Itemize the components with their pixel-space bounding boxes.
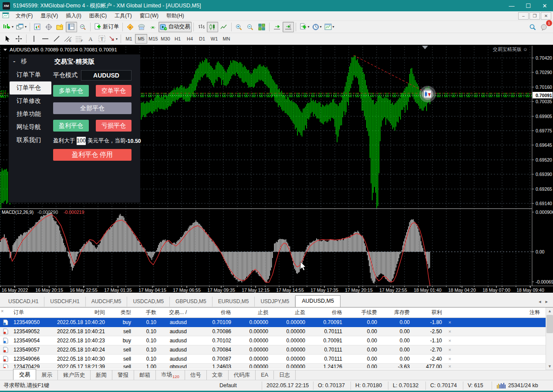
channel-tool-button[interactable]: E xyxy=(62,34,74,44)
terminal-tab-市场[interactable]: 市场120 xyxy=(156,370,185,380)
terminal-tab-日志[interactable]: 日志 xyxy=(274,370,296,380)
label-tool-button[interactable]: T xyxy=(96,34,108,44)
scroll-down-icon[interactable]: ▼ xyxy=(546,363,553,370)
scroll-up-icon[interactable]: ▲ xyxy=(546,308,553,314)
vertical-line-tool-button[interactable] xyxy=(28,34,40,44)
panel-menu-联系我们[interactable]: 联系我们 xyxy=(9,134,52,147)
chart-tab-eurusd-m5[interactable]: EURUSD,M5 xyxy=(212,297,255,307)
horizontal-line-tool-button[interactable] xyxy=(40,34,51,44)
indicators-button[interactable]: ▾ xyxy=(298,22,311,32)
close-mode-symbol-input[interactable]: AUDUSD xyxy=(81,70,132,81)
timeframe-m5[interactable]: M5 xyxy=(135,34,147,44)
menu-item-插入I[interactable]: 插入(I) xyxy=(62,12,85,20)
terminal-tab-信号[interactable]: 信号 xyxy=(185,370,207,380)
terminal-close-icon[interactable]: × xyxy=(1,308,3,314)
new-chart-button[interactable]: ▾ xyxy=(2,22,15,32)
order-close-icon[interactable]: × xyxy=(444,347,455,352)
mdi-close-button[interactable]: ✕ xyxy=(541,12,551,20)
terminal-tab-展示[interactable]: 展示 xyxy=(36,370,58,380)
column-header-10[interactable]: 库存费 xyxy=(379,309,412,316)
zoom-out-button[interactable] xyxy=(245,22,256,32)
order-close-icon[interactable]: × xyxy=(444,320,455,325)
panel-menu-订单下单[interactable]: 订单下单 xyxy=(9,68,52,81)
zoom-in-button[interactable] xyxy=(233,22,245,32)
order-close-icon[interactable]: × xyxy=(444,356,455,362)
panel-minimize-button[interactable]: - xyxy=(13,57,21,65)
mdi-restore-button[interactable]: ❐ xyxy=(529,12,540,20)
timeframe-mn[interactable]: MN xyxy=(220,34,233,44)
crosshair-tool-button[interactable] xyxy=(13,34,24,44)
timeframe-m15[interactable]: M15 xyxy=(147,34,159,44)
menu-item-文件F[interactable]: 文件(F) xyxy=(12,12,37,20)
order-row-123549050[interactable]: 1235490502022.05.18 10:40:20buy0.10audus… xyxy=(0,318,553,327)
column-header-3[interactable]: 手数 xyxy=(133,309,158,316)
scrollbar-thumb[interactable] xyxy=(546,315,553,333)
search-icon[interactable] xyxy=(527,22,538,32)
column-header-4[interactable]: 交易... / xyxy=(158,309,189,316)
order-row-123549054[interactable]: 1235490542022.05.18 10:40:23buy0.10audus… xyxy=(0,336,553,345)
panel-menu-网址导航[interactable]: 网址导航 xyxy=(9,121,52,134)
bar-chart-button[interactable] xyxy=(196,22,207,32)
order-row-123549052[interactable]: 1235490522022.05.18 10:40:21sell0.10audu… xyxy=(0,327,553,336)
panel-header[interactable]: - 移 交易宝-精英版 xyxy=(9,54,140,68)
timeframe-h1[interactable]: H1 xyxy=(172,34,184,44)
close-losing-button[interactable]: 亏损平仓 xyxy=(96,120,132,132)
panel-menu-挂单功能[interactable]: 挂单功能 xyxy=(9,108,52,121)
orders-scrollbar[interactable]: ▲ ▼ xyxy=(546,308,553,370)
column-header-6[interactable]: 止损 xyxy=(233,309,270,316)
chart-tab-gbpusd-m5[interactable]: GBPUSD,M5 xyxy=(170,297,212,307)
terminal-tab-文章[interactable]: 文章 xyxy=(207,370,229,380)
terminal-tab-账户历史[interactable]: 账户历史 xyxy=(58,370,91,380)
column-header-2[interactable]: 类型 xyxy=(107,309,133,316)
chart-tab-audchf-m5[interactable]: AUDCHF,M5 xyxy=(86,297,128,307)
column-header-11[interactable]: 获利 xyxy=(412,309,444,316)
maximize-button[interactable]: ☐ xyxy=(520,0,536,11)
minimize-button[interactable]: — xyxy=(503,0,520,11)
order-close-icon[interactable]: × xyxy=(444,338,455,343)
panel-menu-订单平仓[interactable]: 订单平仓 xyxy=(10,81,51,95)
arrows-tool-button[interactable]: ▾ xyxy=(108,34,119,44)
column-header-5[interactable]: 价格 xyxy=(189,309,233,316)
trading-panel[interactable]: - 移 交易宝-精英版 订单下单订单平仓订单修改挂单功能网址导航联系我们 平仓模… xyxy=(9,54,140,203)
terminal-tab-邮箱[interactable]: 邮箱 xyxy=(134,370,156,380)
menu-item-显示V[interactable]: 显示(V) xyxy=(37,12,62,20)
menu-item-工具T[interactable]: 工具(T) xyxy=(111,12,135,20)
tabs-scroll-right-icon[interactable]: ▸ xyxy=(545,299,548,304)
close-profitable-button[interactable]: 盈利平仓 xyxy=(53,120,89,132)
chart-tab-usdcad-m5[interactable]: USDCAD,M5 xyxy=(127,297,170,307)
periods-button[interactable]: ▾ xyxy=(311,22,323,32)
chart-tab-usdcad-h1[interactable]: USDCAD,H1 xyxy=(3,297,44,307)
close-button[interactable]: ✕ xyxy=(536,0,553,11)
virtual-hosting-button[interactable] xyxy=(136,22,147,32)
tile-windows-button[interactable] xyxy=(256,22,267,32)
metaeditor-button[interactable]: e xyxy=(125,22,136,32)
order-row-123549057[interactable]: 1235490572022.05.18 10:40:24sell0.10audu… xyxy=(0,345,553,355)
profiles-button[interactable]: ▾ xyxy=(15,22,28,32)
order-close-icon[interactable]: × xyxy=(444,364,455,368)
text-tool-button[interactable]: A xyxy=(85,34,96,44)
signals-button[interactable] xyxy=(147,22,158,32)
column-header-8[interactable]: 价格 xyxy=(307,309,344,316)
status-profile[interactable]: Default xyxy=(215,382,262,390)
auto-scroll-button[interactable] xyxy=(271,22,283,32)
close-long-button[interactable]: 多单平仓 xyxy=(53,85,89,97)
column-header-9[interactable]: 手续费 xyxy=(344,309,379,316)
terminal-button[interactable] xyxy=(66,22,77,32)
line-chart-button[interactable] xyxy=(218,22,229,32)
ea-indicator-icon[interactable] xyxy=(419,86,436,102)
timeframe-h4[interactable]: H4 xyxy=(184,34,196,44)
candlestick-button[interactable] xyxy=(207,22,218,32)
chart-tab-audusd-m5[interactable]: AUDUSD,M5 xyxy=(295,295,341,307)
column-header-comment[interactable]: 注释 xyxy=(455,309,553,316)
order-close-icon[interactable]: × xyxy=(444,329,455,334)
column-header-7[interactable]: 止盈 xyxy=(270,309,307,316)
menu-item-帮助H[interactable]: 帮助(H) xyxy=(162,12,188,20)
new-order-button[interactable]: 新订单 xyxy=(92,22,121,32)
cursor-tool-button[interactable] xyxy=(2,34,13,44)
fibonacci-tool-button[interactable]: F xyxy=(74,34,85,44)
market-watch-button[interactable] xyxy=(32,22,43,32)
order-row-123470429[interactable]: 1234704292022.05.17 18:21:39sell1.00gbpu… xyxy=(0,364,553,368)
templates-button[interactable]: ▾ xyxy=(323,22,336,32)
timeframe-w1[interactable]: W1 xyxy=(208,34,220,44)
terminal-tab-新闻[interactable]: 新闻 xyxy=(91,370,112,380)
